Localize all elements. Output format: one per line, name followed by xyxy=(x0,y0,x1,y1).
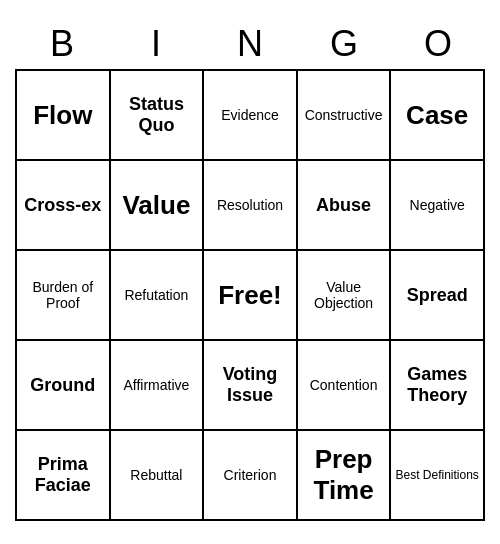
header-letter: I xyxy=(109,23,203,65)
bingo-cell: Burden of Proof xyxy=(16,250,110,340)
table-row: Burden of ProofRefutationFree!Value Obje… xyxy=(16,250,484,340)
bingo-cell: Abuse xyxy=(297,160,391,250)
bingo-cell: Best Definitions xyxy=(390,430,484,520)
table-row: GroundAffirmativeVoting IssueContentionG… xyxy=(16,340,484,430)
table-row: FlowStatus QuoEvidenceConstructiveCase xyxy=(16,70,484,160)
header-letter: G xyxy=(297,23,391,65)
bingo-cell: Rebuttal xyxy=(110,430,204,520)
bingo-cell: Prima Faciae xyxy=(16,430,110,520)
bingo-cell: Flow xyxy=(16,70,110,160)
header-letter: B xyxy=(15,23,109,65)
bingo-cell: Evidence xyxy=(203,70,297,160)
bingo-cell: Voting Issue xyxy=(203,340,297,430)
bingo-cell: Games Theory xyxy=(390,340,484,430)
bingo-cell: Contention xyxy=(297,340,391,430)
bingo-cell: Free! xyxy=(203,250,297,340)
header-letter: O xyxy=(391,23,485,65)
table-row: Cross-exValueResolutionAbuseNegative xyxy=(16,160,484,250)
bingo-cell: Criterion xyxy=(203,430,297,520)
bingo-cell: Resolution xyxy=(203,160,297,250)
table-row: Prima FaciaeRebuttalCriterionPrep TimeBe… xyxy=(16,430,484,520)
bingo-cell: Status Quo xyxy=(110,70,204,160)
bingo-cell: Refutation xyxy=(110,250,204,340)
bingo-header: BINGO xyxy=(15,23,485,65)
bingo-cell: Value Objection xyxy=(297,250,391,340)
bingo-cell: Value xyxy=(110,160,204,250)
header-letter: N xyxy=(203,23,297,65)
bingo-cell: Affirmative xyxy=(110,340,204,430)
bingo-cell: Prep Time xyxy=(297,430,391,520)
bingo-cell: Spread xyxy=(390,250,484,340)
bingo-grid: FlowStatus QuoEvidenceConstructiveCaseCr… xyxy=(15,69,485,521)
bingo-cell: Cross-ex xyxy=(16,160,110,250)
bingo-cell: Case xyxy=(390,70,484,160)
bingo-card: BINGO FlowStatus QuoEvidenceConstructive… xyxy=(15,23,485,521)
bingo-cell: Negative xyxy=(390,160,484,250)
bingo-cell: Constructive xyxy=(297,70,391,160)
bingo-cell: Ground xyxy=(16,340,110,430)
